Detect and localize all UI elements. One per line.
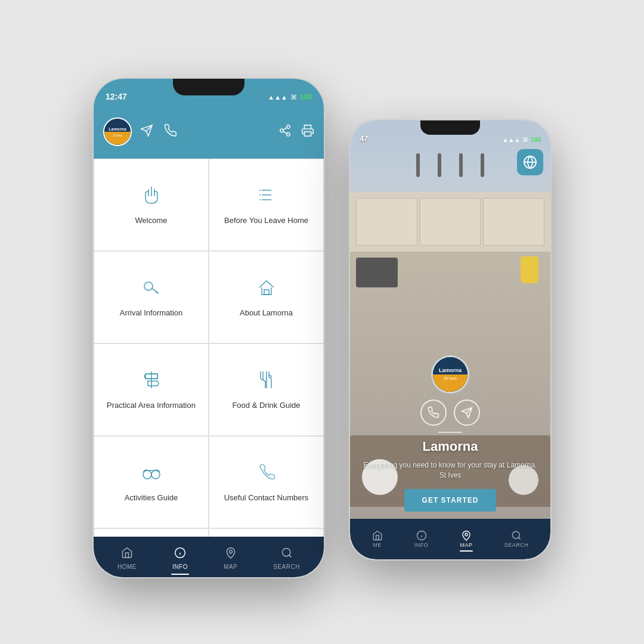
time-right: 47	[360, 134, 368, 143]
menu-item-practical[interactable]: Practical Area Information	[94, 343, 209, 436]
nav-search-left[interactable]: SEARCH	[266, 544, 307, 572]
kettle	[521, 256, 538, 283]
menu-item-food[interactable]: Food & Drink Guide	[209, 343, 324, 436]
time-left: 12:47	[106, 92, 127, 101]
svg-rect-21	[264, 290, 269, 295]
phone-action-btn[interactable]	[420, 400, 447, 426]
svg-text:St Ives: St Ives	[444, 376, 457, 381]
notch-left	[173, 79, 244, 95]
signpost-icon	[141, 369, 162, 394]
binoculars-icon	[141, 462, 162, 486]
svg-point-40	[282, 548, 290, 556]
status-icons-left: ▲▲▲ ⌘ 100	[268, 93, 312, 101]
svg-point-17	[144, 282, 153, 290]
svg-point-52	[465, 533, 468, 536]
nav-home-right[interactable]: ME	[367, 528, 388, 550]
nav-map-left[interactable]: MAP	[216, 544, 244, 572]
svg-text:Lamorna: Lamorna	[439, 368, 462, 374]
menu-item-book[interactable]	[94, 528, 209, 537]
welcome-subtitle: Everything you need to know for your sta…	[362, 460, 538, 481]
get-started-button[interactable]: GET STARTED	[404, 489, 497, 512]
nav-info-label-right: INFO	[414, 542, 429, 548]
bottom-nav-left: HOME INFO	[94, 537, 324, 578]
menu-item-contact[interactable]: Useful Contact Numbers	[209, 436, 324, 528]
menu-label-contact: Useful Contact Numbers	[224, 493, 309, 503]
menu-label-before-leave: Before You Leave Home	[224, 216, 308, 226]
nav-info-left[interactable]: INFO	[165, 544, 195, 572]
list-icon	[256, 184, 277, 209]
globe-button[interactable]	[517, 149, 543, 175]
battery-left: 100	[300, 93, 312, 101]
menu-label-practical: Practical Area Information	[107, 401, 196, 411]
message-action-btn[interactable]	[454, 400, 480, 426]
house-icon	[256, 277, 277, 301]
phone-left: 12:47 ▲▲▲ ⌘ 100 Lamorna St Ives	[92, 78, 325, 578]
svg-rect-10	[305, 131, 311, 135]
status-icons-right: ▲▲▲ ⌘ 100	[503, 137, 541, 143]
menu-grid: Welcome	[94, 159, 324, 537]
nav-search-label-right: SEARCH	[504, 542, 529, 548]
svg-text:St Ives: St Ives	[113, 134, 122, 137]
bottom-nav-right: ME INFO MAP	[350, 519, 550, 559]
call-icon[interactable]	[164, 124, 177, 140]
share-icon[interactable]	[278, 124, 292, 140]
hand-icon	[141, 184, 162, 209]
nav-home-label-left: HOME	[117, 564, 137, 570]
header-icons-left	[140, 124, 270, 140]
menu-label-activities: Activities Guide	[125, 493, 178, 503]
nav-search-right[interactable]: SEARCH	[500, 528, 534, 550]
phone-contact-icon	[256, 462, 277, 486]
menu-label-about: About Lamorna	[240, 308, 293, 318]
svg-point-7	[287, 132, 290, 136]
nav-map-right[interactable]: MAP	[456, 528, 478, 550]
menu-item-welcome[interactable]: Welcome	[94, 159, 209, 251]
svg-point-28	[151, 470, 160, 479]
phone-header-left: Lamorna St Ives	[94, 105, 324, 159]
phone-right: 47 ▲▲▲ ⌘ 100 Lamorna	[349, 119, 552, 561]
nav-map-label-right: MAP	[460, 542, 473, 548]
scene: 12:47 ▲▲▲ ⌘ 100 Lamorna St Ives	[0, 0, 644, 644]
nav-info-right[interactable]: INFO	[410, 528, 434, 550]
svg-point-53	[512, 531, 519, 538]
menu-item-luggage[interactable]	[209, 528, 324, 537]
search-nav-icon	[281, 547, 293, 562]
print-icon[interactable]	[301, 124, 314, 140]
header-icons-right	[278, 124, 314, 140]
menu-items-grid: Welcome	[94, 159, 324, 537]
welcome-content: Lamorna St Ives La	[350, 355, 550, 512]
send-icon[interactable]	[140, 124, 153, 140]
key-icon	[141, 277, 162, 301]
welcome-action-buttons	[420, 400, 480, 426]
nav-search-label-left: SEARCH	[273, 564, 300, 570]
phone-body-left: Lamorna St Ives	[94, 105, 324, 578]
battery-right: 100	[531, 137, 541, 143]
svg-point-6	[280, 129, 284, 132]
fork-knife-icon	[256, 369, 277, 394]
svg-point-27	[143, 470, 151, 479]
microwave	[356, 258, 398, 287]
nav-info-label-left: INFO	[172, 564, 188, 570]
svg-point-5	[287, 125, 290, 128]
menu-item-arrival[interactable]: Arrival Information	[94, 251, 209, 343]
menu-label-food: Food & Drink Guide	[232, 401, 300, 411]
menu-label-welcome: Welcome	[135, 216, 168, 226]
menu-item-before-leave[interactable]: Before You Leave Home	[209, 159, 324, 251]
svg-line-9	[283, 127, 287, 129]
menu-label-arrival: Arrival Information	[120, 308, 182, 318]
svg-point-39	[229, 550, 232, 553]
menu-item-activities[interactable]: Activities Guide	[94, 436, 209, 528]
notch-right	[420, 120, 480, 135]
svg-line-8	[283, 131, 287, 134]
menu-item-about[interactable]: About Lamorna	[209, 251, 324, 343]
svg-text:Lamorna: Lamorna	[109, 127, 126, 131]
nav-map-label-left: MAP	[224, 564, 237, 570]
signal-icon: ▲▲▲	[268, 94, 287, 101]
map-nav-icon	[225, 547, 237, 562]
wifi-icon: ⌘	[290, 94, 297, 101]
svg-line-41	[289, 555, 292, 557]
home-nav-icon	[121, 547, 133, 562]
svg-line-54	[519, 537, 521, 539]
welcome-logo[interactable]: Lamorna St Ives	[431, 355, 469, 394]
nav-home-left[interactable]: HOME	[110, 544, 144, 572]
logo-left[interactable]: Lamorna St Ives	[103, 117, 132, 146]
